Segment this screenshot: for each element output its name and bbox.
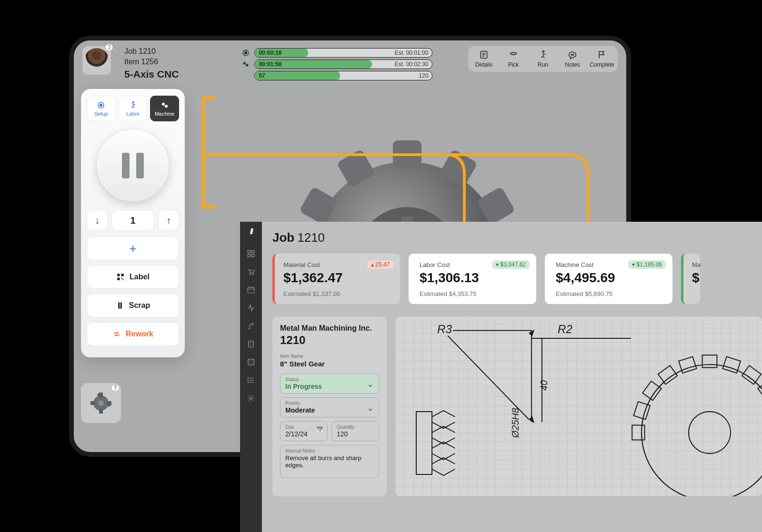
- svg-rect-50: [416, 412, 432, 474]
- sidebar-calculator-icon[interactable]: [247, 340, 255, 348]
- sidebar-dashboard-icon[interactable]: [247, 249, 255, 258]
- action-notes[interactable]: Notes: [559, 50, 586, 68]
- detail-title: Job1210: [272, 230, 762, 245]
- company-name: Metal Man Machining Inc.: [280, 324, 379, 333]
- timer-row-setup: 00:00:18Est. 00:01:00: [242, 48, 432, 58]
- svg-point-49: [689, 412, 731, 453]
- svg-point-44: [248, 378, 249, 379]
- svg-point-14: [571, 54, 572, 55]
- thumb-badge: 7: [111, 385, 119, 391]
- svg-point-18: [100, 104, 102, 106]
- svg-point-13: [542, 51, 544, 52]
- action-bar: Details Pick Run Notes Complete: [468, 46, 618, 72]
- action-details[interactable]: Details: [470, 50, 498, 68]
- blueprint-drawing: R3 R2 40 Ø25H8: [395, 316, 762, 496]
- job-number: Job 1210: [124, 46, 179, 57]
- swap-icon: [112, 330, 121, 338]
- priority-select[interactable]: PriorityModerate: [280, 397, 379, 417]
- job-header: Job 1210 Item 1256 5-Axis CNC: [124, 46, 179, 81]
- quantity-field[interactable]: Quantity120: [331, 421, 379, 441]
- avatar-badge: 3: [105, 44, 113, 50]
- control-panel: Setup Labor Machine ↓ 1 ↑ + Label Scrap …: [81, 89, 185, 357]
- sidebar-list-icon[interactable]: [247, 376, 255, 384]
- svg-point-16: [573, 54, 574, 55]
- svg-rect-36: [252, 250, 254, 253]
- svg-rect-1: [393, 140, 421, 169]
- svg-rect-41: [248, 287, 254, 293]
- action-run[interactable]: Run: [529, 50, 557, 68]
- rework-button[interactable]: Rework: [87, 322, 179, 346]
- cost-card-1[interactable]: ▾ $3,047.62Labor Cost$1,306.13Estimated …: [409, 254, 536, 304]
- svg-point-39: [250, 274, 251, 275]
- part-thumbnail[interactable]: 7: [81, 383, 121, 423]
- gears-icon: [242, 60, 250, 68]
- job-info-card: Metal Man Machining Inc. 1210 Item Name …: [272, 316, 387, 496]
- scrap-icon: [116, 301, 124, 310]
- action-pick[interactable]: Pick: [500, 50, 527, 68]
- target-icon: [242, 49, 250, 57]
- tab-machine[interactable]: Machine: [150, 96, 179, 121]
- sidebar-calendar-icon[interactable]: [247, 286, 255, 294]
- svg-point-48: [642, 365, 762, 496]
- qr-icon: [116, 273, 125, 281]
- gear-thumb-icon: [89, 391, 113, 415]
- svg-rect-35: [248, 250, 250, 253]
- scrap-button[interactable]: Scrap: [87, 294, 179, 317]
- add-button[interactable]: +: [87, 236, 179, 260]
- svg-point-19: [132, 101, 134, 103]
- timers: 00:00:18Est. 00:01:00 00:01:58Est. 00:02…: [242, 48, 432, 82]
- svg-point-47: [250, 397, 252, 400]
- cost-card-2[interactable]: ▾ $1,195.06Machine Cost$4,495.69Estimate…: [545, 254, 672, 304]
- svg-rect-30: [90, 401, 95, 405]
- svg-text:Ø25H8: Ø25H8: [510, 408, 521, 438]
- svg-point-15: [572, 54, 573, 55]
- pause-button[interactable]: [97, 130, 169, 201]
- svg-point-45: [248, 380, 249, 381]
- variance-chip: ▾ $3,047.62: [492, 260, 530, 269]
- svg-rect-29: [99, 409, 103, 414]
- status-select[interactable]: StatusIn Progress: [280, 374, 379, 394]
- svg-point-40: [252, 274, 253, 275]
- svg-point-11: [246, 64, 248, 66]
- item-name: 8" Steel Gear: [280, 360, 379, 368]
- svg-point-34: [98, 400, 104, 406]
- svg-rect-24: [117, 278, 120, 280]
- sidebar-cart-icon[interactable]: [247, 267, 255, 276]
- variance-chip: ▾ $1,195.06: [628, 260, 666, 269]
- sidebar-settings-icon[interactable]: [247, 394, 255, 403]
- job-detail-window: /// Job1210 ▴ 25.47Material Cost$1,362.4…: [240, 222, 762, 532]
- svg-text:R2: R2: [558, 323, 572, 335]
- operator-avatar[interactable]: 3: [82, 46, 111, 75]
- sidebar-arm-icon[interactable]: [247, 322, 255, 330]
- qty-value: 1: [111, 210, 154, 231]
- svg-rect-25: [121, 278, 122, 279]
- svg-point-9: [245, 51, 247, 54]
- qty-decrease[interactable]: ↓: [87, 210, 108, 231]
- app-logo[interactable]: ///: [250, 227, 252, 236]
- internal-notes-field[interactable]: Internal NotesRemove all burrs and sharp…: [280, 445, 379, 478]
- svg-point-21: [165, 105, 168, 108]
- svg-rect-23: [121, 274, 124, 276]
- sidebar-activity-icon[interactable]: [247, 304, 255, 312]
- tab-setup[interactable]: Setup: [87, 96, 116, 121]
- svg-rect-26: [123, 279, 124, 280]
- svg-text:40: 40: [539, 380, 549, 391]
- svg-rect-42: [249, 341, 254, 347]
- blueprint-viewer[interactable]: R3 R2 40 Ø25H8: [395, 316, 762, 496]
- svg-rect-38: [252, 255, 254, 257]
- svg-point-10: [243, 62, 246, 64]
- job-number-large: 1210: [280, 334, 379, 347]
- svg-rect-43: [248, 359, 254, 365]
- machine-name: 5-Axis CNC: [124, 68, 179, 81]
- due-date-field[interactable]: Due2/12/24: [280, 421, 328, 441]
- cost-card-0[interactable]: ▴ 25.47Material Cost$1,362.47Estimated $…: [272, 254, 400, 304]
- tab-labor[interactable]: Labor: [119, 96, 148, 121]
- timer-row-count: 57120: [242, 71, 432, 80]
- svg-rect-22: [117, 274, 120, 276]
- sidebar-building-icon[interactable]: [247, 358, 255, 366]
- action-complete[interactable]: Complete: [588, 50, 616, 68]
- cost-card-3[interactable]: Ma$: [681, 254, 700, 304]
- qty-increase[interactable]: ↑: [158, 210, 179, 231]
- variance-chip: ▴ 25.47: [367, 260, 393, 269]
- label-button[interactable]: Label: [87, 265, 179, 289]
